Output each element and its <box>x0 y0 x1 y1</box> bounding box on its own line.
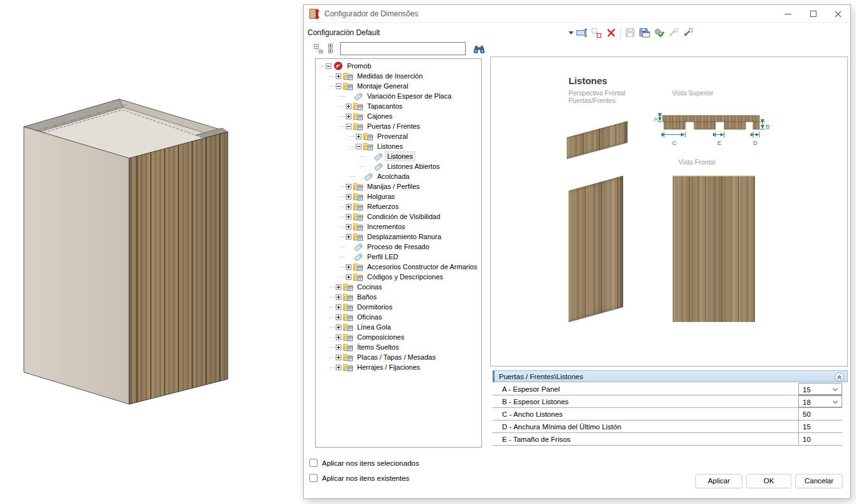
tree-item-tems-sueltos[interactable]: Ítems Sueltos <box>316 342 481 352</box>
tree-item-variaci-n-espesor-de-placa[interactable]: Variación Espesor de Placa <box>316 91 481 101</box>
expand-node-icon[interactable] <box>336 335 341 340</box>
tree-item-dormitorios[interactable]: Dormitorios <box>316 302 481 312</box>
tree-item-listones[interactable]: Listones <box>316 141 481 151</box>
parameter-row: D - Anchura Mínima del Último Listón15 <box>493 421 842 433</box>
expand-node-icon[interactable] <box>336 294 341 300</box>
minimize-button[interactable] <box>776 5 799 23</box>
tree-guide-line <box>340 267 345 267</box>
tree-item-listones-abiertos[interactable]: Listones Abiertos <box>316 161 481 171</box>
tree-item-c-digos-y-descripciones[interactable]: Códigos y Descripciones <box>316 272 481 282</box>
collapse-panel-button[interactable] <box>835 372 844 382</box>
config-selector[interactable]: Configuración Default <box>308 26 574 39</box>
expand-node-icon[interactable] <box>356 134 361 139</box>
parameter-value: 15 <box>803 423 811 431</box>
tree-item-holguras[interactable]: Holguras <box>316 191 481 201</box>
expand-node-icon[interactable] <box>336 345 341 350</box>
collapse-node-icon[interactable] <box>356 144 361 149</box>
tree-item-label: Provenzal <box>375 132 410 141</box>
apply-config-button[interactable] <box>651 26 666 39</box>
expand-node-icon[interactable] <box>346 224 351 230</box>
duplicate-config-button[interactable] <box>589 26 604 39</box>
apply-existing-items-checkbox[interactable]: Aplicar nos itens existentes <box>309 474 409 482</box>
parameters-header[interactable]: Puertas / Frentes\Listones <box>493 370 848 382</box>
checkbox-box[interactable] <box>309 459 318 467</box>
delete-config-button[interactable] <box>604 26 618 39</box>
apply-selected-items-checkbox[interactable]: Aplicar nos itens selecionados <box>309 459 419 467</box>
tree-item-promob[interactable]: Promob <box>316 61 481 71</box>
tree-item-montaje-general[interactable]: Montaje General <box>316 81 481 91</box>
expand-node-icon[interactable] <box>336 314 341 320</box>
expand-node-icon[interactable] <box>346 204 351 210</box>
tree-item-placas-tapas-mesadas[interactable]: Placas / Tapas / Mesadas <box>316 352 481 362</box>
tree-item-accesorios-constructor-de-armarios[interactable]: Accesorios Constructor de Armarios <box>316 262 481 272</box>
parameter-value-dropdown[interactable]: 18 <box>798 395 842 407</box>
tree-item-l-nea-gola[interactable]: Línea Gola <box>316 322 481 332</box>
expand-all-button[interactable] <box>326 43 338 54</box>
tree-item-refuerzos[interactable]: Refuerzos <box>316 201 481 212</box>
folder-icon <box>353 262 363 271</box>
parameter-value-dropdown[interactable]: 15 <box>798 383 842 395</box>
parameter-value-input[interactable]: 50 <box>798 408 842 420</box>
tree-item-listones[interactable]: Listones <box>316 151 481 161</box>
tree-item-cocinas[interactable]: Cocinas <box>316 282 481 292</box>
expand-node-icon[interactable] <box>346 114 351 119</box>
cancel-button[interactable]: Cancelar <box>795 474 843 488</box>
tree-item-cajones[interactable]: Cajones <box>316 111 481 121</box>
expand-node-icon[interactable] <box>336 73 341 79</box>
tree-item-incrementos[interactable]: Incrementos <box>316 222 481 232</box>
tree-item-perfil-led[interactable]: Perfil LED <box>316 252 481 262</box>
expand-node-icon[interactable] <box>346 214 351 220</box>
config-selector-value: Configuración Default <box>308 28 380 37</box>
apply-button[interactable]: Aplicar <box>695 474 742 488</box>
slat-section <box>724 122 746 129</box>
folder-icon <box>353 212 363 221</box>
tree-item-acolchada[interactable]: Acolchada <box>316 171 481 181</box>
expand-node-icon[interactable] <box>346 274 351 280</box>
top-view-label: Vista Superior <box>672 89 714 97</box>
tree-guide-line <box>340 106 345 107</box>
collapse-node-icon[interactable] <box>326 63 331 69</box>
ok-button[interactable]: OK <box>746 474 791 488</box>
expand-node-icon[interactable] <box>336 304 341 310</box>
expand-node-icon[interactable] <box>346 264 351 270</box>
parameter-value-input[interactable]: 15 <box>798 421 842 432</box>
export-config-button[interactable] <box>680 26 695 39</box>
tree-item-manijas-perfiles[interactable]: Manijas / Perfiles <box>316 181 481 191</box>
folder-icon <box>353 112 363 121</box>
panel-section <box>663 115 759 122</box>
expand-node-icon[interactable] <box>346 104 351 109</box>
save-config-button[interactable] <box>637 26 651 39</box>
tree-item-ba-os[interactable]: Baños <box>316 292 481 302</box>
tree-item-composiciones[interactable]: Composiciones <box>316 332 481 342</box>
find-button[interactable] <box>471 43 487 55</box>
tree-item-condici-n-de-visibilidad[interactable]: Condición de Visibilidad <box>316 212 481 222</box>
tree-item-puertas-frentes[interactable]: Puertas / Frentes <box>316 121 481 131</box>
tree-search-input[interactable] <box>340 42 466 55</box>
door-dimension-icon <box>309 9 320 19</box>
close-button[interactable] <box>827 5 849 23</box>
tree-item-medidas-de-inserci-n[interactable]: Medidas de Inserción <box>316 71 481 81</box>
dim-e-label: E <box>717 139 721 146</box>
collapse-all-button[interactable] <box>313 43 324 54</box>
checkbox-box[interactable] <box>309 474 318 482</box>
expand-node-icon[interactable] <box>346 184 351 190</box>
expand-node-icon[interactable] <box>336 324 341 330</box>
collapse-node-icon[interactable] <box>346 124 351 129</box>
parameter-value-input[interactable]: 10 <box>798 433 842 445</box>
maximize-button[interactable] <box>802 5 825 23</box>
expand-node-icon[interactable] <box>336 365 341 370</box>
expand-node-icon[interactable] <box>336 355 341 360</box>
expand-node-icon[interactable] <box>346 234 351 240</box>
tree-item-proceso-de-fresado[interactable]: Proceso de Fresado <box>316 242 481 252</box>
tree-item-label: Cocinas <box>355 282 384 291</box>
collapse-node-icon[interactable] <box>336 83 341 89</box>
expand-node-icon[interactable] <box>346 194 351 200</box>
tree-item-oficinas[interactable]: Oficinas <box>316 312 481 322</box>
tree-item-provenzal[interactable]: Provenzal <box>316 131 481 141</box>
tree-item-tapacantos[interactable]: Tapacantos <box>316 101 481 111</box>
expand-node-icon[interactable] <box>336 284 341 290</box>
rename-config-button[interactable] <box>575 26 589 39</box>
tree-item-herrajes-fijaciones[interactable]: Herrajes / Fijaciones <box>316 362 481 372</box>
tree-guide-line <box>329 357 334 358</box>
tree-item-desplazamiento-ranura[interactable]: Desplazamiento Ranura <box>316 232 481 242</box>
